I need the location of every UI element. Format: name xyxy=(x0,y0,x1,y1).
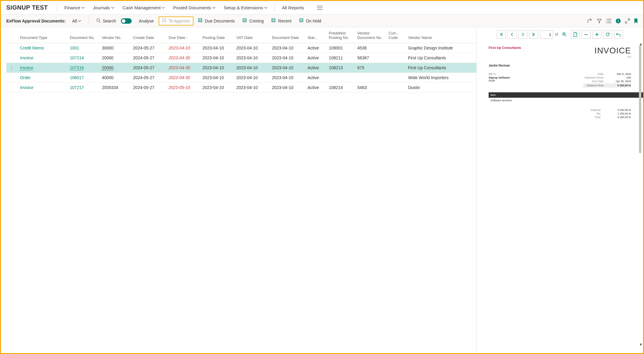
row-actions-icon[interactable] xyxy=(6,73,17,83)
cell-predef-posting-no: 108211 xyxy=(326,53,354,63)
table-row[interactable]: Invoice107214200002024-05-272023-04-3020… xyxy=(6,53,476,63)
action-label: On Hold xyxy=(306,19,321,23)
link[interactable]: Credit Memo xyxy=(20,46,44,50)
menu-setup-extensions[interactable]: Setup & Extensions xyxy=(220,1,271,15)
invoice-title: INVOICE xyxy=(595,46,631,55)
col-curr-code[interactable]: Curr... Code xyxy=(385,27,405,43)
cell-document-date: 2023-04-10 xyxy=(269,73,304,83)
info-icon[interactable]: i xyxy=(616,18,621,24)
invoice-meta-row: Payment Terms:10D xyxy=(583,76,631,79)
vertical-scrollbar[interactable] xyxy=(639,45,642,341)
col-predef-posting-no[interactable]: Predefind Posting No. xyxy=(326,27,354,43)
invoice-document: First Up Consultants INVOICE # 6 Jackie … xyxy=(486,42,634,123)
first-page-icon[interactable] xyxy=(497,30,506,39)
row-actions-icon[interactable] xyxy=(6,83,17,93)
cell-vat-date: 2023-04-10 xyxy=(233,43,269,53)
undo-icon[interactable] xyxy=(614,30,623,39)
action-to-approve[interactable]: To Approve xyxy=(159,16,193,25)
bill-to-name: Signup Software xyxy=(489,76,510,79)
cell-create-date: 2024-05-27 xyxy=(130,83,166,93)
scroll-down-icon[interactable]: ▼ xyxy=(639,342,643,346)
col-vendor-name[interactable]: Vendor Name xyxy=(405,27,476,43)
link[interactable]: Invoice xyxy=(20,85,33,90)
action-recent[interactable]: Recent xyxy=(268,16,294,25)
analyse-button[interactable]: Analyse xyxy=(136,16,157,25)
cell-status: Active xyxy=(304,53,326,63)
menu-finance[interactable]: Finance xyxy=(60,1,89,15)
col-doc-type[interactable]: Document Type xyxy=(17,27,67,43)
row-actions-icon[interactable] xyxy=(6,43,17,53)
cell-posting-date: 2023-04-10 xyxy=(199,73,233,83)
last-page-icon[interactable] xyxy=(529,30,538,39)
row-actions-icon[interactable]: ⋮ xyxy=(6,63,17,73)
search-button[interactable]: Search xyxy=(93,16,119,25)
cell-vendor-doc-no: 56367 xyxy=(354,53,385,63)
link[interactable]: 1001 xyxy=(70,46,79,50)
menu-all-reports[interactable]: All Reports xyxy=(278,1,308,15)
table-row[interactable]: ⋮Invoice107216200002024-05-272023-04-302… xyxy=(6,63,476,73)
link[interactable]: 107214 xyxy=(70,55,84,60)
expand-icon[interactable] xyxy=(625,19,630,23)
page-number-input[interactable] xyxy=(540,30,553,39)
col-posting-date[interactable]: Posting Date xyxy=(199,27,233,43)
menu-posted-documents[interactable]: Posted Documents xyxy=(169,1,220,15)
link[interactable]: Invoice xyxy=(20,55,33,60)
filter-icon[interactable] xyxy=(597,19,602,23)
zoom-out-icon[interactable] xyxy=(582,30,591,39)
table-row[interactable]: Credit Memo1001300002024-05-272023-04-10… xyxy=(6,43,476,53)
page-setup-icon[interactable] xyxy=(571,30,580,39)
main-content: Document TypeDocument No.Vendor No.Creat… xyxy=(1,27,643,353)
cell-vat-date: 2023-04-10 xyxy=(233,53,269,63)
link[interactable]: 106017 xyxy=(70,75,84,80)
link[interactable]: Order xyxy=(20,75,31,80)
action-coming[interactable]: Coming xyxy=(240,16,267,25)
cell-doc-no: 106017 xyxy=(67,73,99,83)
zoom-in-icon[interactable] xyxy=(592,30,601,39)
list-icon[interactable] xyxy=(606,19,611,23)
cell-doc-type: Invoice xyxy=(17,63,67,73)
list-action-icon xyxy=(162,18,167,23)
action-due-documents[interactable]: Due Documents xyxy=(195,16,238,25)
cell-due-date: 2023-05-10 xyxy=(166,83,199,93)
filter-dropdown[interactable]: All xyxy=(70,17,84,25)
cell-document-date: 2023-04-10 xyxy=(269,43,304,53)
col-document-date[interactable]: Document Date xyxy=(269,27,304,43)
table-row[interactable]: Order106017400002024-05-272023-04-302023… xyxy=(6,73,476,83)
link[interactable]: 107217 xyxy=(70,85,84,90)
table-row[interactable]: Invoice10721725593342024-05-272023-05-10… xyxy=(6,83,476,93)
row-actions-icon[interactable] xyxy=(6,53,17,63)
preview-scroll[interactable]: First Up Consultants INVOICE # 6 Jackie … xyxy=(477,42,643,353)
cell-document-date: 2023-04-10 xyxy=(269,53,304,63)
col-status[interactable]: Stat... xyxy=(304,27,326,43)
link[interactable]: Invoice xyxy=(20,65,33,70)
invoice-meta-row: Date:Mar 9, 2024 xyxy=(583,73,631,76)
bookmark-icon[interactable] xyxy=(634,18,638,24)
col-vat-date[interactable]: VAT Date xyxy=(233,27,269,43)
col-vendor-no[interactable]: Vendor No. xyxy=(99,27,130,43)
cell-curr-code xyxy=(385,83,405,93)
more-menu-icon[interactable] xyxy=(317,6,322,10)
cell-curr-code xyxy=(385,73,405,83)
menu-cash-management[interactable]: Cash Management xyxy=(118,1,169,15)
cell-vendor-name: Graphic Design Institute xyxy=(405,43,476,53)
col-create-date[interactable]: Create Date xyxy=(130,27,166,43)
col-vendor-doc-no[interactable]: Vendor Document No. xyxy=(354,27,385,43)
invoice-item-header: Quantity xyxy=(594,92,643,98)
invoice-number: # 6 xyxy=(595,55,631,58)
link[interactable]: 107216 xyxy=(70,65,84,70)
zoom-icon[interactable] xyxy=(560,30,569,39)
document-preview-pane: of First Up Consultants INVOICE # 6 Jack… xyxy=(476,27,643,353)
horizontal-scrollbar[interactable] xyxy=(6,348,476,353)
next-page-icon[interactable] xyxy=(518,30,527,39)
col-doc-no[interactable]: Document No. xyxy=(67,27,99,43)
analyse-toggle[interactable] xyxy=(121,18,132,24)
share-icon[interactable] xyxy=(587,19,593,23)
cell-doc-type: Credit Memo xyxy=(17,43,67,53)
list-action-icon xyxy=(243,18,247,23)
scroll-up-icon[interactable]: ▲ xyxy=(639,42,643,45)
col-due-date[interactable]: Due Date↑ xyxy=(166,27,199,43)
menu-journals[interactable]: Journals xyxy=(89,1,118,15)
prev-page-icon[interactable] xyxy=(508,30,517,39)
action-on-hold[interactable]: On Hold xyxy=(296,16,324,25)
refresh-icon[interactable] xyxy=(603,30,612,39)
